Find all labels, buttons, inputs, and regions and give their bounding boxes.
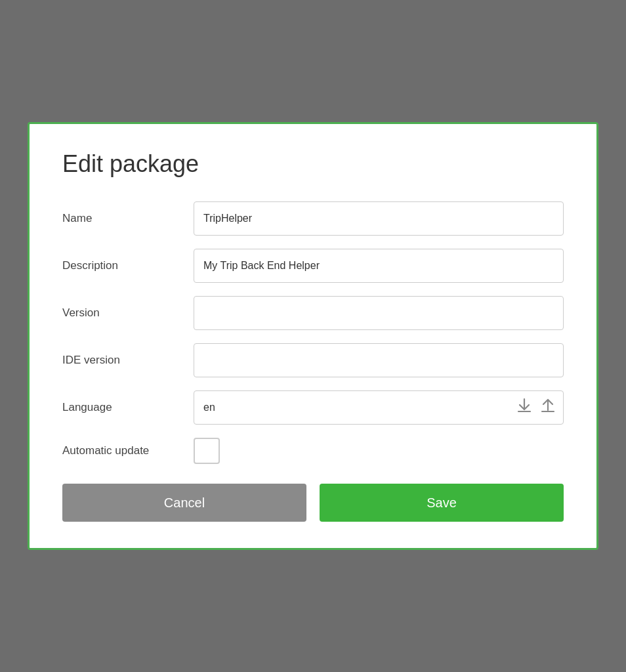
cancel-button[interactable]: Cancel [62,484,306,522]
download-icon[interactable] [516,397,533,418]
ide-version-label: IDE version [62,354,194,367]
automatic-update-checkbox[interactable] [194,438,220,464]
overlay: Edit package Name Description Version ID… [0,0,626,672]
automatic-update-label: Automatic update [62,444,194,457]
automatic-update-row: Automatic update [62,438,564,464]
description-label: Description [62,259,194,272]
ide-version-input[interactable] [194,343,564,377]
name-input[interactable] [194,201,564,236]
name-row: Name [62,201,564,236]
language-row: Language en [62,390,564,425]
edit-package-modal: Edit package Name Description Version ID… [28,122,598,550]
buttons-row: Cancel Save [62,484,564,522]
version-input[interactable] [194,296,564,330]
language-icons [516,397,556,418]
description-input[interactable] [194,249,564,283]
version-row: Version [62,296,564,330]
language-value: en [203,402,516,413]
ide-version-row: IDE version [62,343,564,377]
modal-title: Edit package [62,150,564,178]
save-button[interactable]: Save [320,484,564,522]
version-label: Version [62,306,194,320]
language-field: en [194,390,564,425]
language-label: Language [62,401,194,414]
upload-icon[interactable] [539,397,556,418]
description-row: Description [62,249,564,283]
name-label: Name [62,212,194,225]
